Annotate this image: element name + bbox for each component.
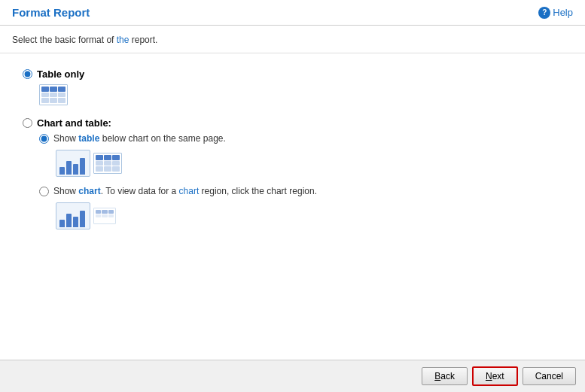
table-only-group: Table only xyxy=(23,68,562,105)
cancel-button[interactable]: Cancel xyxy=(523,367,576,385)
show-chart-group: Show chart. To view data for a chart reg… xyxy=(39,186,562,229)
bar4 xyxy=(80,158,85,175)
show-table-below-row: Show table below chart on the same page. xyxy=(39,133,562,144)
table-cell xyxy=(58,87,66,92)
table-cell xyxy=(96,161,103,166)
bar1 xyxy=(59,220,65,227)
table-cell xyxy=(104,166,111,172)
table-cell xyxy=(41,98,49,103)
show-table-below-label[interactable]: Show table below chart on the same page. xyxy=(53,133,226,144)
next-label: Next xyxy=(486,371,504,381)
chart-only-icon-row xyxy=(56,202,562,229)
subtitle-text-before: Select the basic format of xyxy=(12,35,117,45)
bar3 xyxy=(73,217,78,227)
table-cell xyxy=(58,98,66,103)
chart-and-table-group: Chart and table: Show table below chart … xyxy=(23,117,562,229)
dialog-footer: Back Next Cancel xyxy=(0,360,585,392)
table-cell xyxy=(102,214,107,218)
help-label: Help xyxy=(553,7,573,18)
table-cell xyxy=(50,93,57,98)
table-only-radio[interactable] xyxy=(23,69,32,79)
table-cell xyxy=(104,155,111,160)
show-chart-row: Show chart. To view data for a chart reg… xyxy=(39,186,562,196)
back-button[interactable]: Back xyxy=(422,367,468,385)
table-icon-small xyxy=(93,153,122,174)
main-content: Table only Chart and table: xyxy=(0,53,585,257)
chart-only-icon xyxy=(56,202,90,229)
subtitle-text-after: report. xyxy=(129,35,157,45)
table-only-icon-row xyxy=(39,84,562,105)
table-cell xyxy=(96,214,101,218)
table-only-icon xyxy=(39,84,68,105)
small-table-hint-icon xyxy=(93,208,116,224)
chart-and-table-row: Chart and table: xyxy=(23,117,562,129)
table-cell xyxy=(50,98,57,103)
table-cell xyxy=(104,161,111,166)
subtitle-highlight: the xyxy=(117,35,129,45)
table-only-row: Table only xyxy=(23,68,562,80)
help-link[interactable]: ? Help xyxy=(538,7,573,19)
table-cell xyxy=(108,210,114,214)
table-cell xyxy=(96,210,101,214)
sub-options-container: Show table below chart on the same page. xyxy=(39,133,562,229)
bar2 xyxy=(66,214,72,227)
back-label: Back xyxy=(434,371,455,381)
chart-table-icon-row xyxy=(56,150,562,177)
table-cell xyxy=(41,87,49,92)
bar3 xyxy=(73,164,78,175)
table-cell xyxy=(112,161,120,166)
table-cell xyxy=(58,93,66,98)
dialog-header: Format Report ? Help xyxy=(0,0,585,26)
bar1 xyxy=(59,167,65,175)
table-cell xyxy=(96,166,103,172)
table-cell xyxy=(108,214,114,218)
table-cell xyxy=(112,166,120,172)
table-cell xyxy=(96,155,103,160)
next-button[interactable]: Next xyxy=(472,366,518,386)
cancel-label: Cancel xyxy=(535,371,563,381)
table-cell xyxy=(41,93,49,98)
dialog-title: Format Report xyxy=(12,6,90,19)
table-cell xyxy=(50,87,57,92)
show-table-below-group: Show table below chart on the same page. xyxy=(39,133,562,177)
show-chart-label[interactable]: Show chart. To view data for a chart reg… xyxy=(53,186,317,196)
chart-icon-thumb xyxy=(56,150,90,177)
chart-and-table-radio[interactable] xyxy=(23,118,32,128)
bar4 xyxy=(80,211,85,227)
chart-and-table-label[interactable]: Chart and table: xyxy=(37,117,111,129)
show-chart-radio[interactable] xyxy=(39,187,49,196)
bar2 xyxy=(66,161,72,175)
table-only-label[interactable]: Table only xyxy=(37,68,84,80)
show-table-below-radio[interactable] xyxy=(39,134,49,144)
help-icon: ? xyxy=(538,7,550,19)
subtitle-bar: Select the basic format of the report. xyxy=(0,26,585,53)
table-cell xyxy=(112,155,120,160)
table-cell xyxy=(102,210,107,214)
